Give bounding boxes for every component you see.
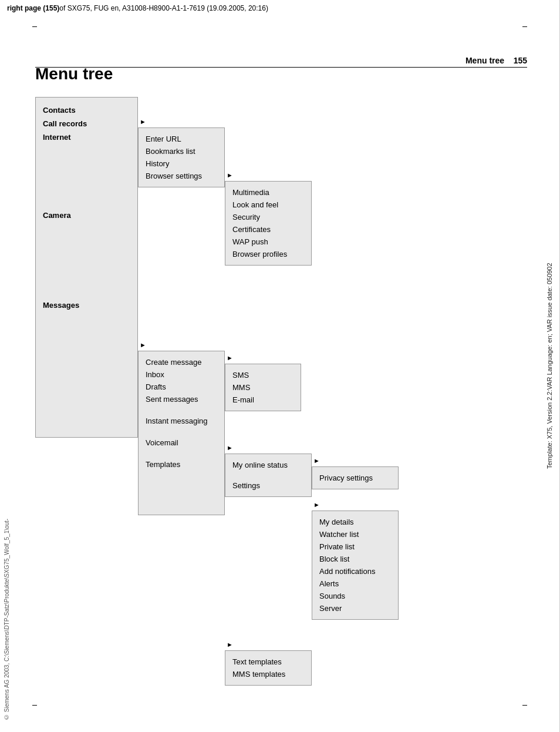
menu-contacts: Contacts xyxy=(43,103,130,117)
menu-look-feel: Look and feel xyxy=(232,199,304,211)
top-bar-rest: of SXG75, FUG en, A31008-H8900-A1-1-7619… xyxy=(59,4,268,12)
menu-voicemail: Voicemail xyxy=(146,436,217,449)
tick-bottom-right xyxy=(522,705,527,706)
menu-templates: Templates xyxy=(146,458,217,471)
menu-create-message: Create message xyxy=(146,356,217,368)
instant-messaging-submenu: My online status Settings xyxy=(225,454,312,497)
section-label: Menu tree 155 xyxy=(465,56,527,65)
menu-messages: Messages xyxy=(43,298,130,312)
menu-my-details: My details xyxy=(319,516,391,528)
menu-security: Security xyxy=(232,211,304,223)
browser-settings-submenu: Multimedia Look and feel Security Certif… xyxy=(225,181,312,266)
menu-internet: Internet xyxy=(43,130,130,144)
menu-sms: SMS xyxy=(232,369,294,381)
copyright: © Siemens AG 2003, C:\Siemens\DTP-Satz\P… xyxy=(0,368,13,720)
settings-arrow: ► xyxy=(313,501,320,508)
menu-block-list: Block list xyxy=(319,553,391,565)
tick-bottom-left xyxy=(32,705,37,706)
internet-submenu: Enter URL Bookmarks list History Browser… xyxy=(138,127,225,187)
top-bar: right page (155) of SXG75, FUG en, A3100… xyxy=(0,0,539,16)
page-title: Menu tree xyxy=(35,65,113,83)
instant-messaging-arrow: ► xyxy=(227,444,233,451)
menu-drafts: Drafts xyxy=(146,381,217,393)
menu-bookmarks: Bookmarks list xyxy=(146,145,217,157)
menu-instant-messaging: Instant messaging xyxy=(146,415,217,427)
internet-arrow: ► xyxy=(140,118,146,125)
menu-my-online-status: My online status xyxy=(232,459,304,471)
menu-watcher-list: Watcher list xyxy=(319,528,391,540)
create-message-arrow: ► xyxy=(227,354,233,361)
menu-wap-push: WAP push xyxy=(232,236,304,248)
menu-multimedia: Multimedia xyxy=(232,186,304,199)
menu-certificates: Certificates xyxy=(232,223,304,236)
templates-arrow: ► xyxy=(227,641,233,648)
menu-settings: Settings xyxy=(232,479,304,492)
menu-add-notifications: Add notifications xyxy=(319,565,391,577)
settings-submenu: My details Watcher list Private list Blo… xyxy=(312,511,399,620)
menu-mms: MMS xyxy=(232,381,294,394)
menu-camera: Camera xyxy=(43,209,130,222)
browser-settings-arrow: ► xyxy=(227,172,233,179)
menu-enter-url: Enter URL xyxy=(146,133,217,145)
menu-text-templates: Text templates xyxy=(232,656,304,668)
menu-history: History xyxy=(146,157,217,170)
menu-server: Server xyxy=(319,602,391,615)
main-content: Contacts Call records Internet Camera Me… xyxy=(35,91,527,697)
sidebar-label: Template: X75, Version 2.2:VAR Language:… xyxy=(539,0,560,732)
col1-menu: Contacts Call records Internet Camera Me… xyxy=(35,97,138,438)
menu-email: E-mail xyxy=(232,394,294,406)
menu-mms-templates: MMS templates xyxy=(232,668,304,680)
messages-arrow: ► xyxy=(140,341,146,348)
menu-inbox: Inbox xyxy=(146,368,217,381)
menu-alerts: Alerts xyxy=(319,577,391,590)
menu-call-records: Call records xyxy=(43,117,130,130)
tick-top-right xyxy=(522,26,527,27)
menu-browser-settings: Browser settings xyxy=(146,170,217,182)
privacy-settings-box: Privacy settings xyxy=(312,466,399,489)
templates-submenu: Text templates MMS templates xyxy=(225,650,312,686)
menu-sounds: Sounds xyxy=(319,590,391,602)
messages-submenu: Create message Inbox Drafts Sent message… xyxy=(138,351,225,515)
menu-private-list: Private list xyxy=(319,540,391,553)
menu-privacy-settings: Privacy settings xyxy=(319,472,391,484)
tick-top-left xyxy=(32,26,37,27)
create-message-submenu: SMS MMS E-mail xyxy=(225,364,301,411)
menu-sent-messages: Sent messages xyxy=(146,393,217,405)
menu-browser-profiles: Browser profiles xyxy=(232,248,304,260)
top-bar-bold: right page (155) xyxy=(7,4,59,12)
my-online-status-arrow: ► xyxy=(313,457,320,464)
